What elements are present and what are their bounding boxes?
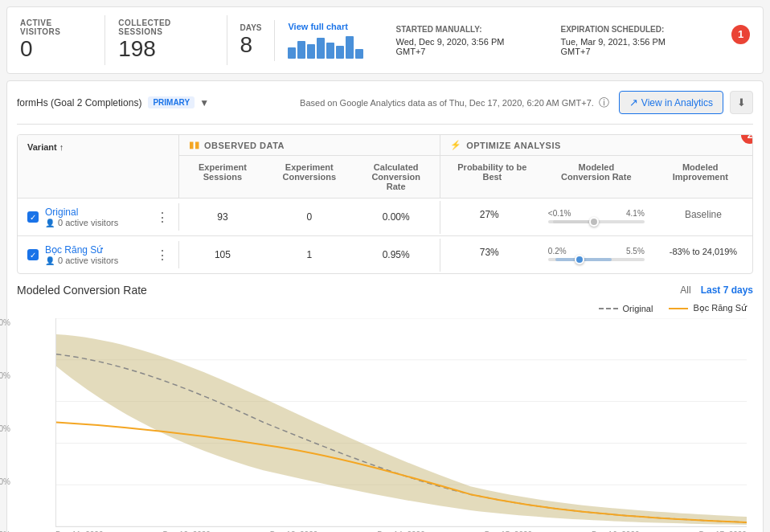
- info-icon[interactable]: ⓘ: [599, 96, 609, 110]
- days-value: 8: [240, 32, 262, 58]
- obs-row-1: 105 1 0.95%: [178, 241, 440, 268]
- mini-chart-block: View full chart: [275, 18, 376, 62]
- mini-bar-item: [307, 44, 315, 59]
- conv-rate-cell-0: 0.00%: [353, 203, 440, 231]
- active-visitors-block: ACTIVE VISITORS 0: [20, 15, 105, 65]
- opt-row-0: 27% <0.1% 4.1% Baseline: [440, 201, 752, 234]
- top-bar: ACTIVE VISITORS 0 COLLECTED SESSIONS 198…: [6, 6, 764, 74]
- time-all-button[interactable]: All: [680, 284, 690, 296]
- expiration-block: EXPIRATION SCHEDULED: Tue, Mar 9, 2021, …: [561, 25, 690, 56]
- chart-header: Modeled Conversion Rate All Last 7 days: [17, 284, 753, 297]
- variant-sort-label[interactable]: Variant ↑: [27, 142, 63, 152]
- download-icon: ⬇: [737, 96, 746, 108]
- slider-container-0: <0.1% 4.1%: [548, 209, 645, 226]
- primary-badge: PRIMARY: [148, 96, 195, 108]
- observed-title: ▮▮ OBSERVED DATA: [179, 135, 440, 156]
- variant-info-1: Bọc Răng Sứ 👤 0 active visitors: [45, 244, 118, 265]
- boc-rang-su-line-icon: [669, 308, 688, 309]
- mini-bar-item: [326, 43, 334, 59]
- slider-track-0[interactable]: [548, 220, 645, 223]
- chart-wrapper: 20.00%15.00%10.00%5.00%0.00%: [17, 318, 753, 532]
- slider-thumb-0[interactable]: [589, 217, 599, 227]
- dropdown-arrow-icon[interactable]: ▼: [199, 97, 209, 108]
- conversions-cell-1: 1: [266, 241, 353, 268]
- optimize-icon: ⚡: [450, 140, 462, 150]
- slider-min-1: 0.2%: [548, 247, 567, 256]
- conv-rate-cell-1: 0.95%: [353, 241, 440, 268]
- improvement-cell-0: Baseline: [654, 201, 752, 234]
- mini-bar-item: [297, 41, 305, 59]
- collected-sessions-value: 198: [118, 36, 213, 62]
- prob-cell-1: 73%: [440, 239, 539, 272]
- visitor-count-0: 👤 0 active visitors: [45, 218, 118, 227]
- table-rows: ✓ Original 👤 0 active visitors ⋮ 93 0 0.…: [18, 198, 752, 273]
- calc-conv-rate-header: Calculated Conversion Rate: [353, 156, 440, 198]
- observed-label: OBSERVED DATA: [204, 141, 285, 150]
- view-analytics-label: View in Analytics: [641, 97, 713, 108]
- active-visitors-value: 0: [20, 36, 92, 62]
- x-axis: Dec 11, 2020Dec 12, 2020Dec 13, 2020Dec …: [55, 527, 747, 532]
- conversions-cell-0: 0: [266, 203, 353, 231]
- mini-bar-item: [288, 47, 296, 59]
- person-icon-1: 👤: [45, 256, 55, 265]
- more-menu-1[interactable]: ⋮: [156, 248, 169, 263]
- slider-max-1: 5.5%: [626, 247, 645, 256]
- sessions-cell-0: 93: [179, 203, 266, 231]
- sessions-cell-1: 105: [179, 241, 266, 268]
- slider-min-0: <0.1%: [548, 209, 571, 218]
- table-row: ✓ Bọc Răng Sứ 👤 0 active visitors ⋮ 105 …: [18, 235, 752, 273]
- variant-checkbox-0[interactable]: ✓: [27, 211, 39, 223]
- variant-checkbox-1[interactable]: ✓: [27, 249, 39, 260]
- exp-sessions-header: Experiment Sessions: [179, 156, 266, 198]
- optimize-title: ⚡ OPTIMIZE ANALYSIS: [440, 135, 752, 156]
- expiration-value: Tue, Mar 9, 2021, 3:56 PM GMT+7: [561, 37, 690, 56]
- chart-time-controls: All Last 7 days: [680, 284, 753, 296]
- exp-conversions-header: Experiment Conversions: [266, 156, 353, 198]
- y-axis-label: 20.00%: [0, 318, 10, 327]
- modeled-conv-rate-header: Modeled Conversion Rate: [544, 156, 648, 188]
- y-axis-label: 15.00%: [0, 371, 10, 380]
- y-axis-label: 10.00%: [0, 424, 10, 433]
- slider-track-1[interactable]: [548, 258, 645, 261]
- started-value: Wed, Dec 9, 2020, 3:56 PM GMT+7: [395, 37, 528, 56]
- mini-bar-item: [346, 36, 354, 59]
- variant-col-header: Variant ↑: [18, 135, 178, 198]
- days-label: DAYS: [240, 23, 262, 32]
- variant-cell-1: ✓ Bọc Răng Sứ 👤 0 active visitors ⋮: [18, 236, 178, 273]
- confidence-band: [56, 334, 747, 525]
- started-manually-block: STARTED MANUALLY: Wed, Dec 9, 2020, 3:56…: [395, 25, 528, 56]
- legend-boc-rang-su: Bọc Răng Sứ: [669, 303, 747, 313]
- prob-cell-0: 27%: [440, 201, 539, 234]
- variant-name-1[interactable]: Bọc Răng Sứ: [45, 244, 118, 256]
- visitor-count-1: 👤 0 active visitors: [45, 256, 118, 265]
- right-info: STARTED MANUALLY: Wed, Dec 9, 2020, 3:56…: [376, 25, 750, 56]
- more-menu-0[interactable]: ⋮: [156, 210, 169, 225]
- variant-cell-0: ✓ Original 👤 0 active visitors ⋮: [18, 198, 178, 235]
- mini-bar-item: [336, 46, 344, 59]
- chart-svg: [56, 318, 747, 526]
- started-label: STARTED MANUALLY:: [395, 25, 528, 34]
- chart-title: Modeled Conversion Rate: [17, 284, 147, 297]
- active-visitors-label: ACTIVE VISITORS: [20, 18, 92, 36]
- download-button[interactable]: ⬇: [730, 91, 753, 114]
- view-in-analytics-button[interactable]: ↗ View in Analytics: [619, 91, 723, 114]
- observed-section: ▮▮ OBSERVED DATA Experiment Sessions Exp…: [178, 135, 440, 198]
- top-section: ACTIVE VISITORS 0 COLLECTED SESSIONS 198…: [20, 15, 750, 65]
- observed-col-headers: Experiment Sessions Experiment Conversio…: [179, 156, 440, 198]
- view-full-chart-link[interactable]: View full chart: [288, 22, 363, 31]
- days-block: DAYS 8: [227, 20, 276, 61]
- legend-original: Original: [599, 303, 653, 313]
- legend-boc-rang-su-label: Bọc Răng Sứ: [693, 303, 747, 313]
- original-line-icon: [599, 308, 618, 309]
- mini-bar-item: [355, 49, 363, 59]
- variant-name-0[interactable]: Original: [45, 207, 118, 218]
- variant-info-0: Original 👤 0 active visitors: [45, 207, 118, 227]
- y-axis-label: 5.00%: [0, 477, 10, 486]
- modeled-improvement-header: Modeled Improvement: [649, 156, 752, 188]
- legend-original-label: Original: [623, 304, 653, 313]
- modeled-cell-0: <0.1% 4.1%: [539, 201, 654, 234]
- slider-thumb-1[interactable]: [575, 255, 584, 264]
- time-7days-button[interactable]: Last 7 days: [701, 284, 753, 296]
- goal-label: formHs (Goal 2 Completions): [17, 97, 141, 108]
- expiration-label: EXPIRATION SCHEDULED:: [561, 25, 690, 34]
